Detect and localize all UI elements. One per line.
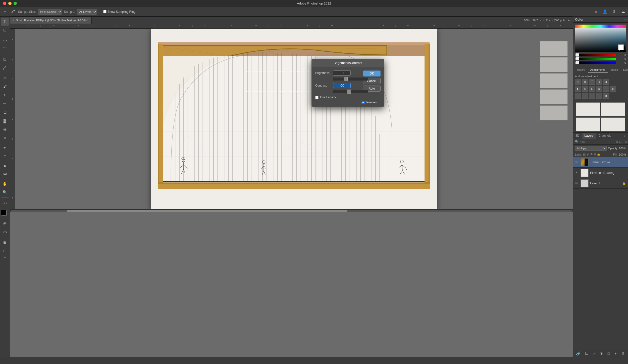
- user-icon[interactable]: 👤: [602, 9, 608, 15]
- channelmixer-adj-icon[interactable]: ▪: [603, 86, 609, 92]
- lock-position-icon[interactable]: ✛: [590, 153, 593, 156]
- tab-swatch[interactable]: Swatch: [620, 67, 628, 73]
- foreground-color[interactable]: [1, 210, 6, 215]
- tab-adjustments[interactable]: Adjustments: [588, 67, 608, 73]
- preview-checkbox[interactable]: [361, 101, 365, 104]
- new-layer-btn[interactable]: +: [613, 351, 617, 356]
- layer-visibility-layer2[interactable]: 👁: [575, 181, 579, 185]
- brightness-slider-handle[interactable]: [344, 77, 348, 81]
- contrast-slider[interactable]: [333, 90, 368, 93]
- eraser-tool[interactable]: ◻: [1, 108, 9, 116]
- pen-tool[interactable]: ✒: [1, 144, 9, 152]
- path-selection-tool[interactable]: ▲: [1, 161, 9, 169]
- layer-item-timber-texture[interactable]: 👁 Timber Texture: [573, 157, 628, 168]
- filter-type-icon[interactable]: T: [622, 140, 624, 143]
- text-tool[interactable]: T: [1, 153, 9, 161]
- color-swatches[interactable]: [1, 210, 9, 218]
- green-slider-handle[interactable]: [575, 57, 579, 60]
- colorbalance-adj-icon[interactable]: ⊕: [582, 86, 588, 92]
- crop-tool[interactable]: ⊡: [1, 55, 9, 63]
- quick-mask-btn[interactable]: ◎: [1, 220, 9, 228]
- vibrance-adj-icon[interactable]: ◆: [603, 79, 609, 85]
- lock-artboard-icon[interactable]: ⊞: [594, 153, 596, 156]
- new-fill-btn[interactable]: ◑: [599, 351, 604, 356]
- eyedropper-tool-left[interactable]: 🖊: [1, 64, 9, 72]
- tab-channels[interactable]: Channels: [596, 133, 614, 139]
- bw-adj-icon[interactable]: ⊡: [589, 86, 595, 92]
- blue-slider[interactable]: [579, 61, 616, 64]
- new-group-btn[interactable]: □: [607, 351, 611, 356]
- levels-adj-icon[interactable]: ▦: [582, 79, 588, 85]
- selective-color-adj-icon[interactable]: ■: [603, 93, 609, 99]
- lock-paint-icon[interactable]: 🖌: [587, 153, 589, 156]
- history-brush[interactable]: ↩: [1, 100, 9, 108]
- tab-styles[interactable]: Styles: [608, 67, 620, 73]
- use-legacy-checkbox[interactable]: [315, 96, 319, 99]
- cloud-icon[interactable]: ☁: [620, 9, 626, 15]
- hsl-adj-icon[interactable]: ◧: [575, 86, 581, 92]
- brightness-adj-icon[interactable]: ☀: [575, 79, 581, 85]
- filter-pixel-icon[interactable]: ▨: [615, 140, 618, 143]
- sample-select[interactable]: All Layers: [77, 9, 97, 15]
- use-legacy-label[interactable]: Use Legacy: [320, 96, 336, 99]
- ok-button[interactable]: OK: [363, 70, 381, 77]
- blue-slider-handle[interactable]: [575, 61, 579, 64]
- canvas-hscrollbar[interactable]: [10, 209, 573, 212]
- gradient-tool[interactable]: ▓: [1, 117, 9, 125]
- healing-brush-tool[interactable]: ⊕: [1, 74, 9, 82]
- blur-tool[interactable]: ◎: [1, 125, 9, 133]
- screen-mode-btn[interactable]: ▭: [1, 228, 9, 236]
- status-arrow[interactable]: ▶: [568, 19, 570, 22]
- tab-properties[interactable]: Properti: [573, 67, 588, 73]
- frame-btn[interactable]: ⊡: [1, 247, 9, 255]
- sample-size-select[interactable]: Point Sample: [38, 9, 62, 15]
- colorlookup-adj-icon[interactable]: ⊞: [610, 86, 616, 92]
- hscroll-bar[interactable]: [11, 210, 572, 212]
- sampling-ring-checkbox[interactable]: [103, 10, 107, 13]
- maximize-button[interactable]: [14, 2, 17, 5]
- filter-adjust-icon[interactable]: ⊡: [619, 140, 621, 143]
- artboard-tool[interactable]: ⊡: [1, 26, 9, 34]
- dodge-tool[interactable]: ○: [1, 134, 9, 142]
- curves-adj-icon[interactable]: ⌒: [589, 79, 595, 85]
- lock-all-icon[interactable]: 🔒: [597, 153, 600, 156]
- search-toolbar-icon[interactable]: ⌕: [593, 9, 599, 15]
- document-tab[interactable]: × South Elevation PDF.pdf @ 50% (Timber …: [10, 17, 92, 24]
- filter-shape-icon[interactable]: ▭: [625, 140, 627, 143]
- home-icon[interactable]: ⌂: [2, 9, 8, 15]
- red-slider-handle[interactable]: [575, 53, 579, 57]
- layers-search-input[interactable]: [580, 140, 614, 143]
- exposure-adj-icon[interactable]: ◗: [596, 79, 602, 85]
- tab-layers[interactable]: Layers: [582, 133, 596, 139]
- close-button[interactable]: [3, 2, 6, 5]
- layer-item-layer2[interactable]: 👁 Layer 2 🔒: [573, 178, 628, 189]
- blend-mode-select[interactable]: Multiply: [575, 146, 607, 151]
- brightness-contrast-dialog[interactable]: Brightness/Contrast OK Cancel Auto: [311, 59, 384, 107]
- share-icon[interactable]: ⎙: [611, 9, 617, 15]
- invert-adj-icon[interactable]: ◰: [575, 93, 581, 99]
- layer-visibility-timber[interactable]: 👁: [575, 160, 579, 164]
- link-layers-btn[interactable]: 🔗: [575, 351, 581, 356]
- photofilter-adj-icon[interactable]: ◉: [596, 86, 602, 92]
- brightness-input[interactable]: -91: [333, 70, 351, 76]
- hand-tool[interactable]: ✋: [1, 180, 9, 188]
- window-controls[interactable]: [3, 2, 17, 5]
- delete-layer-btn[interactable]: 🗑: [620, 351, 626, 356]
- properties-btn[interactable]: ⊞: [1, 238, 9, 246]
- canvas-content[interactable]: Brightness/Contrast OK Cancel Auto: [15, 29, 573, 209]
- contrast-slider-handle[interactable]: [347, 90, 351, 94]
- minimize-button[interactable]: [8, 2, 12, 5]
- clone-tool[interactable]: ✦: [1, 91, 9, 99]
- rectangular-marquee-tool[interactable]: ▭: [1, 36, 9, 44]
- 3d-tool[interactable]: 3D: [1, 199, 9, 207]
- layer-item-elevation-drawing[interactable]: 👁 Elevation Drawing: [573, 168, 628, 178]
- tab-3d[interactable]: 3D: [573, 133, 582, 139]
- move-tool[interactable]: ⇧: [1, 18, 9, 26]
- brightness-slider[interactable]: [333, 78, 368, 81]
- lasso-tool[interactable]: ⌒: [1, 45, 9, 53]
- hscroll-thumb[interactable]: [67, 210, 347, 212]
- background-swatch[interactable]: [618, 44, 624, 50]
- color-panel-expand[interactable]: ≡: [624, 18, 626, 21]
- zoom-tool[interactable]: 🔍: [1, 188, 9, 196]
- preview-label[interactable]: Preview: [366, 101, 377, 104]
